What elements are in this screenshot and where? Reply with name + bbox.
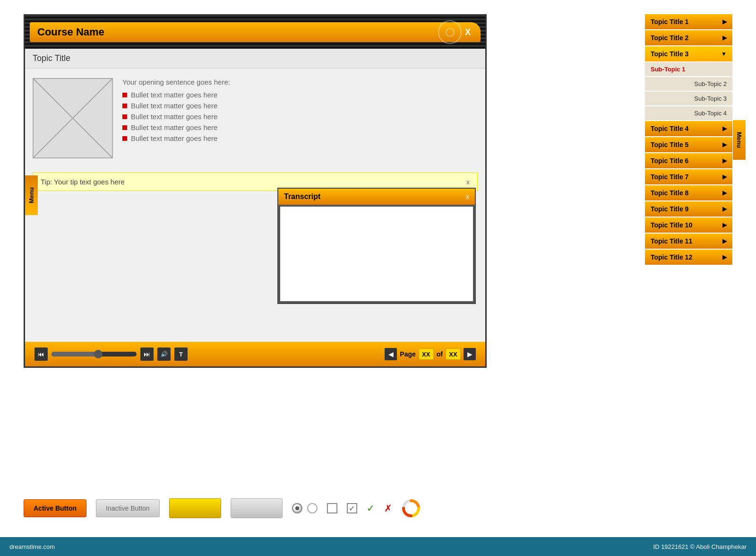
sidebar-arrow-3: ▼ xyxy=(721,51,727,57)
course-player: Course Name X Menu Topic Title Your open… xyxy=(24,14,487,368)
image-placeholder xyxy=(33,78,113,158)
left-menu-tab[interactable]: Menu xyxy=(25,175,38,215)
subtopic-1[interactable]: Sub-Topic 1 xyxy=(645,62,732,76)
sidebar-item-label-3: Topic Title 3 xyxy=(651,50,688,58)
x-mark-icon: ✗ xyxy=(384,503,392,514)
sidebar-item-5[interactable]: Topic Title 5 ▶ xyxy=(645,137,732,152)
sidebar-item-9[interactable]: Topic Title 9 ▶ xyxy=(645,201,732,217)
radio-empty[interactable] xyxy=(307,503,318,513)
sidebar-item-1[interactable]: Topic Title 1 ▶ xyxy=(645,14,732,29)
sidebar-arrow-9: ▶ xyxy=(722,206,727,212)
topic-title: Topic Title xyxy=(25,49,485,69)
nav-first-button[interactable]: ⏮ xyxy=(34,348,48,361)
sidebar-item-label-12: Topic Title 12 xyxy=(651,253,692,261)
sidebar-item-12[interactable]: Topic Title 12 ▶ xyxy=(645,250,732,265)
list-item: Bullet text matter goes here xyxy=(122,134,478,142)
radio-group xyxy=(292,503,318,513)
footer-logo: dreamstime.com xyxy=(9,543,55,550)
page-navigation: ◀ Page of ▶ xyxy=(385,348,476,360)
bottom-ui: Active Button Inactive Button ✓ ✓ ✗ xyxy=(24,498,421,518)
course-name-bar: Course Name X xyxy=(30,22,481,42)
sidebar-item-label-4: Topic Title 4 xyxy=(651,125,688,132)
sidebar-arrow-6: ▶ xyxy=(722,157,727,164)
list-item: Bullet text matter goes here xyxy=(122,91,478,99)
sidebar-arrow-5: ▶ xyxy=(722,141,727,148)
sidebar-arrow-7: ▶ xyxy=(722,174,727,180)
check-mark-icon: ✓ xyxy=(367,503,375,514)
progress-bar-fill xyxy=(52,352,98,356)
sidebar-item-6[interactable]: Topic Title 6 ▶ xyxy=(645,153,732,168)
sidebar-item-4[interactable]: Topic Title 4 ▶ xyxy=(645,121,732,136)
course-close-button[interactable]: X xyxy=(465,27,471,37)
sidebar-item-3[interactable]: Topic Title 3 ▼ xyxy=(645,46,732,61)
transcript-body xyxy=(280,207,473,301)
sidebar-item-label-6: Topic Title 6 xyxy=(651,157,688,165)
sidebar-arrow-11: ▶ xyxy=(722,238,727,244)
sidebar-item-label-11: Topic Title 11 xyxy=(651,237,692,245)
subtopic-3[interactable]: Sub-Topic 3 xyxy=(645,92,732,105)
right-menu-tab[interactable]: Menu xyxy=(733,120,746,160)
tip-close-button[interactable]: x xyxy=(466,178,470,186)
sidebar-item-label-10: Topic Title 10 xyxy=(651,221,692,229)
content-body: Your opening sentence goes here: Bullet … xyxy=(25,69,485,168)
progress-bar[interactable] xyxy=(52,352,137,356)
content-area: Menu Topic Title Your opening sentence g… xyxy=(25,49,485,342)
volume-button[interactable]: 🔊 xyxy=(157,348,171,361)
subtopic-2[interactable]: Sub-Topic 2 xyxy=(645,77,732,91)
checkbox-checked[interactable]: ✓ xyxy=(347,503,357,513)
bottom-nav: ⏮ ⏭ 🔊 T ◀ Page of ▶ xyxy=(25,342,485,366)
page-current-input[interactable] xyxy=(419,348,434,360)
sidebar-item-label-9: Topic Title 9 xyxy=(651,205,688,213)
gray-button xyxy=(231,498,283,518)
sidebar-item-label-2: Topic Title 2 xyxy=(651,34,688,42)
bullet-icon xyxy=(122,93,127,97)
stripe-header: Course Name X xyxy=(25,16,485,49)
sidebar-arrow-2: ▶ xyxy=(722,35,727,41)
nav-last-button[interactable]: ⏭ xyxy=(140,348,154,361)
checkbox-unchecked[interactable] xyxy=(327,503,337,513)
list-item: Bullet text matter goes here xyxy=(122,123,478,131)
sidebar-item-7[interactable]: Topic Title 7 ▶ xyxy=(645,169,732,184)
sidebar-item-10[interactable]: Topic Title 10 ▶ xyxy=(645,217,732,233)
page-prev-button[interactable]: ◀ xyxy=(385,348,397,360)
sidebar-item-label-5: Topic Title 5 xyxy=(651,141,688,148)
opening-sentence: Your opening sentence goes here: xyxy=(122,78,478,86)
bullet-icon xyxy=(122,104,127,108)
subtopic-4[interactable]: Sub-Topic 4 xyxy=(645,106,732,120)
page-next-button[interactable]: ▶ xyxy=(464,348,476,360)
sidebar-item-label-1: Topic Title 1 xyxy=(651,18,688,26)
sidebar-item-2[interactable]: Topic Title 2 ▶ xyxy=(645,30,732,45)
transcript-close-button[interactable]: x xyxy=(466,193,469,200)
sidebar-arrow-8: ▶ xyxy=(722,190,727,196)
sidebar-arrow-4: ▶ xyxy=(722,125,727,132)
bullet-list: Bullet text matter goes here Bullet text… xyxy=(122,91,478,142)
bullet-icon xyxy=(122,125,127,130)
footer-bar: dreamstime.com ID 19221621 © Aboli Champ… xyxy=(0,537,756,556)
progress-thumb xyxy=(94,350,103,358)
list-item: Bullet text matter goes here xyxy=(122,113,478,121)
transcript-toggle-button[interactable]: T xyxy=(174,348,188,361)
footer-credits: ID 19221621 © Aboli Champhekar xyxy=(653,543,747,550)
sidebar-arrow-12: ▶ xyxy=(722,254,727,261)
inactive-button[interactable]: Inactive Button xyxy=(96,499,160,517)
radio-filled[interactable] xyxy=(292,503,302,513)
cd-decoration-icon xyxy=(438,20,462,44)
sidebar-item-label-8: Topic Title 8 xyxy=(651,189,688,197)
page-total-input[interactable] xyxy=(446,348,461,360)
sidebar-item-8[interactable]: Topic Title 8 ▶ xyxy=(645,185,732,200)
yellow-button[interactable] xyxy=(169,498,221,518)
course-name-title: Course Name xyxy=(37,26,104,38)
bullet-icon xyxy=(122,136,127,141)
right-sidebar: Topic Title 1 ▶ Topic Title 2 ▶ Topic Ti… xyxy=(645,14,732,266)
sidebar-item-label-7: Topic Title 7 xyxy=(651,173,688,181)
transcript-title: Transcript xyxy=(284,192,320,201)
sidebar-arrow-1: ▶ xyxy=(722,18,727,25)
bullet-icon xyxy=(122,114,127,119)
sidebar-item-11[interactable]: Topic Title 11 ▶ xyxy=(645,234,732,249)
active-button[interactable]: Active Button xyxy=(24,499,86,517)
spinner-svg xyxy=(402,499,421,518)
sidebar-arrow-10: ▶ xyxy=(722,222,727,228)
spinner-icon xyxy=(402,499,421,518)
transcript-header: Transcript x xyxy=(278,189,475,205)
transcript-popup: Transcript x xyxy=(277,188,476,304)
